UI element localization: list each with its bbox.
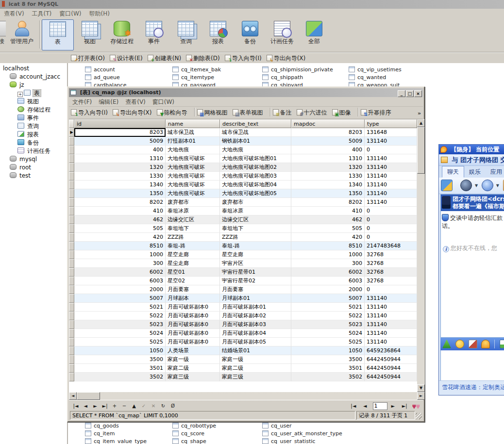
toolbar-overflow-chevron-icon[interactable]: » (418, 108, 421, 119)
cell-describe_text[interactable]: 钢铁副本01 (220, 137, 291, 146)
tree-expander-icon[interactable]: + (17, 92, 23, 97)
cell-name[interactable]: 家庭二级 (166, 364, 220, 373)
cell-id[interactable]: 5022 (74, 312, 166, 320)
cell-id[interactable]: 505 (74, 224, 166, 233)
toolbar-button-全部[interactable]: 全部 (298, 19, 330, 50)
row-selector[interactable] (69, 329, 74, 338)
cell-id[interactable]: 2000 (74, 285, 166, 294)
row-selector[interactable] (69, 137, 74, 146)
cell-type[interactable]: 6442450944 (365, 355, 417, 364)
table-list-item[interactable]: cq_shippath (262, 74, 303, 82)
first-page-icon[interactable]: |◄ (350, 401, 357, 411)
cell-name[interactable]: 星空走廊 (166, 250, 220, 259)
table-row[interactable]: 6002星空01宇宙行星带01600232768 (69, 268, 417, 277)
cell-describe_text[interactable]: 宇宙片区 (220, 259, 291, 268)
row-selector[interactable] (69, 242, 74, 250)
maximize-icon[interactable]: □ (406, 90, 414, 97)
cell-mapdoc[interactable]: 5022 (291, 312, 365, 320)
row-selector[interactable] (69, 277, 74, 285)
cell-describe_text[interactable]: 大地伤痕可破坏地图04 (220, 181, 291, 189)
menu-item-1[interactable]: 查看(V) (0, 10, 28, 17)
window-toolbar-导入向导(I)[interactable]: ↴导入向导(I) (71, 107, 108, 118)
prev-record-icon[interactable]: ◄ (82, 401, 89, 411)
cell-name[interactable]: ZZZ路 (166, 233, 220, 242)
cell-id[interactable]: 1320 (74, 163, 166, 172)
prev-page-icon[interactable]: ◄ (361, 401, 369, 411)
toolbar-button-视图[interactable]: 视图 (74, 19, 106, 50)
cell-id[interactable]: 300 (74, 259, 166, 268)
cell-type[interactable]: 32768 (365, 268, 417, 277)
table-row[interactable]: 462边缘交汇区边缘交汇区4620 (69, 215, 417, 224)
cell-type[interactable]: 2147483648 (365, 242, 417, 250)
table-row[interactable]: 6003星空02宇宙行星带02600332768 (69, 277, 417, 285)
cell-type[interactable]: 131140 (365, 189, 417, 198)
nudge-icon[interactable] (481, 340, 490, 348)
cell-mapdoc[interactable]: 5007 (291, 294, 365, 303)
cell-name[interactable]: 边缘交汇区 (166, 215, 220, 224)
cell-mapdoc[interactable]: 505 (291, 224, 365, 233)
cell-mapdoc[interactable]: 8202 (291, 198, 365, 207)
cell-name[interactable]: 大地伤痕可破坏 (166, 189, 220, 198)
sidebar-item-计画任务[interactable]: 计画任务 (2, 147, 67, 155)
chat-status-banner[interactable]: 【隐身】 当前位置 (439, 145, 504, 154)
cell-mapdoc[interactable]: 6002 (291, 268, 365, 277)
cell-describe_text[interactable]: 结婚场景01 (220, 346, 291, 355)
last-page-icon[interactable]: ►| (401, 401, 408, 411)
cell-name[interactable]: 星尘走廊 (166, 259, 220, 268)
row-selector[interactable] (69, 233, 74, 242)
cell-describe_text[interactable]: 月面可破坏副本03 (220, 320, 291, 329)
search-icon[interactable] (482, 180, 493, 191)
sidebar-item-视图[interactable]: 视图 (2, 98, 67, 106)
window-toolbar-表单视图[interactable]: ▤表单视图 (233, 107, 263, 118)
object-toolbar-delete-table[interactable]: ✕删除表(D) (186, 53, 220, 64)
cell-name[interactable]: 月面可破坏副本0 (166, 320, 220, 329)
sidebar-item-报表[interactable]: 报表 (2, 131, 67, 139)
row-selector[interactable] (69, 294, 74, 303)
cell-name[interactable]: 大地伤痕可破坏 (166, 154, 220, 163)
cell-name[interactable]: 大地伤痕 (166, 146, 220, 154)
table-list-item[interactable]: cq_wanted (349, 74, 386, 82)
row-selector[interactable] (69, 163, 74, 172)
table-row[interactable]: ▶8203城市保卫战城市保卫战8203131648 (69, 128, 417, 137)
cell-type[interactable]: 131648 (365, 128, 417, 137)
window-toolbar-网格视图[interactable]: ▦网格视图 (197, 107, 228, 118)
menu-item-4[interactable]: 帮助(H) (85, 10, 114, 17)
cell-name[interactable]: 打怪副本01 (166, 137, 220, 146)
table-row[interactable]: 1340大地伤痕可破坏大地伤痕可破坏地图041340131140 (69, 181, 417, 189)
cell-mapdoc[interactable]: 420 (291, 233, 365, 242)
first-record-icon[interactable]: |◄ (72, 401, 80, 411)
scroll-down-icon[interactable]: ▼ (417, 384, 425, 392)
cell-describe_text[interactable]: 泰坦冰原 (220, 207, 291, 215)
cell-type[interactable]: 131140 (365, 329, 417, 338)
table-list-item[interactable]: cq_item (85, 430, 115, 438)
cell-describe_text[interactable]: 月面可破坏副本01 (220, 303, 291, 312)
message-dropdown-icon[interactable] (455, 183, 457, 188)
webcam-icon[interactable] (460, 180, 472, 191)
cell-describe_text[interactable]: 月面可破坏副本04 (220, 329, 291, 338)
sidebar-item-查询[interactable]: 查询 (2, 122, 67, 131)
cell-mapdoc[interactable]: 8203 (291, 128, 365, 137)
toolbar-button-存储过程[interactable]: 存储过程 (106, 19, 138, 50)
cell-name[interactable]: 泰坦地下 (166, 224, 220, 233)
cell-type[interactable]: 6459236864 (365, 346, 417, 355)
row-selector[interactable] (69, 364, 74, 373)
cell-mapdoc[interactable]: 1000 (291, 250, 365, 259)
cell-type[interactable]: 0 (365, 233, 417, 242)
table-list-item[interactable]: cq_shape (172, 438, 206, 444)
cell-describe_text[interactable]: 边缘交汇区 (220, 215, 291, 224)
cell-id[interactable]: 3501 (74, 364, 166, 373)
cell-describe_text[interactable]: 月球副本01 (220, 294, 291, 303)
column-header-type[interactable]: type (365, 119, 417, 128)
cell-id[interactable]: 1000 (74, 250, 166, 259)
cell-type[interactable]: 0 (365, 224, 417, 233)
table-row[interactable]: 400大地伤痕大地伤痕4000 (69, 146, 417, 154)
object-toolbar-open-table[interactable]: ↗打开表(O) (71, 53, 105, 64)
table-list-item[interactable]: cq_shipmission_private (262, 66, 333, 74)
cell-id[interactable]: 5023 (74, 320, 166, 329)
cell-mapdoc[interactable]: 400 (291, 146, 365, 154)
cell-name[interactable]: 大地伤痕可破坏 (166, 163, 220, 172)
sidebar-item-事件[interactable]: 事件 (2, 114, 67, 122)
toolbar-button-连接[interactable]: 连接 (0, 19, 6, 50)
horizontal-scroll-thumb[interactable] (77, 392, 100, 400)
column-header-describe_text[interactable]: describe_text (220, 119, 291, 128)
